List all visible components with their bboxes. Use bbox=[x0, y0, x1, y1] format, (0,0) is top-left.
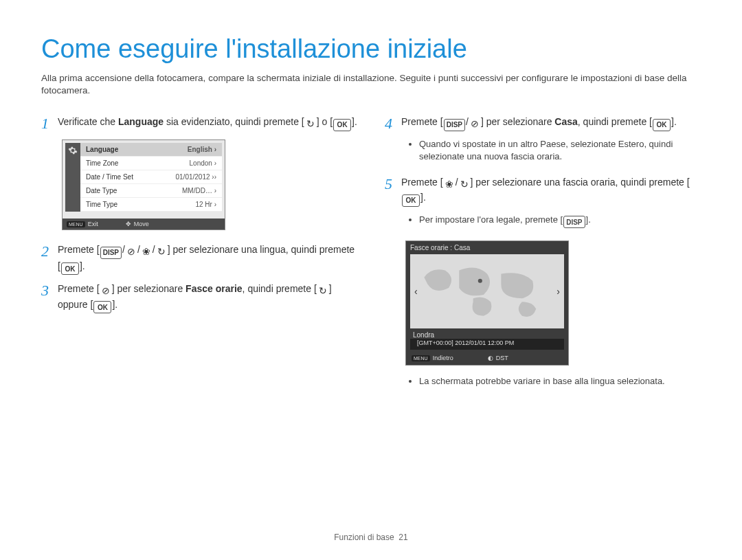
chevron-left-icon: ‹ bbox=[410, 286, 422, 297]
step1-or: o bbox=[319, 116, 330, 127]
table-row: Time ZoneLondon › bbox=[80, 157, 222, 170]
step-1: 1 Verificate che Language sia evidenziat… bbox=[41, 115, 357, 131]
settings-table: LanguageEnglish › Time ZoneLondon › Date… bbox=[80, 143, 222, 212]
exit-label: Exit bbox=[88, 221, 98, 227]
step4-text-b: per selezionare bbox=[484, 116, 555, 127]
s4-estero: Estero bbox=[618, 139, 644, 149]
step3-text-a: Premete bbox=[58, 283, 97, 294]
move-label: Move bbox=[134, 221, 149, 227]
step1-text-c: sia evidenziato, quindi premete bbox=[164, 116, 302, 127]
s4-bullet-a: Quando vi spostate in un altro Paese, se… bbox=[419, 139, 618, 149]
step2-text-a: Premete bbox=[58, 244, 97, 255]
timer-icon: ↻ bbox=[458, 178, 471, 190]
table-row: Date / Time Set01/01/2012 ›› bbox=[80, 170, 222, 184]
step-number: 1 bbox=[41, 115, 58, 131]
lcd-settings-screen: LanguageEnglish › Time ZoneLondon › Date… bbox=[62, 139, 225, 230]
step4-text-d: , quindi premete bbox=[578, 116, 649, 127]
step4-period: . bbox=[674, 116, 677, 127]
flash-icon: ⊘ bbox=[469, 118, 481, 131]
timer-icon: ↻ bbox=[155, 246, 168, 258]
chevron-right-icon: › bbox=[552, 286, 564, 297]
step-4: 4 Premete [DISP/⊘] per selezionare Casa,… bbox=[385, 115, 701, 131]
step-number: 3 bbox=[41, 282, 58, 298]
sc2-title: Fasce orarie : Casa bbox=[406, 241, 568, 254]
step1-period: . bbox=[355, 116, 357, 127]
ok-button-icon: OK bbox=[402, 194, 420, 207]
footer-page: 21 bbox=[398, 533, 407, 542]
dst-label: DST bbox=[496, 355, 508, 361]
intro-text: Alla prima accensione della fotocamera, … bbox=[41, 72, 701, 97]
step3-or: oppure bbox=[58, 299, 90, 310]
ok-button-icon: OK bbox=[653, 119, 671, 131]
sc2-gmt: [GMT+00:00] 2012/01/01 12:00 PM bbox=[410, 339, 564, 350]
svg-rect-0 bbox=[410, 256, 564, 326]
ok-button-icon: OK bbox=[61, 262, 79, 275]
step-3: 3 Premete [⊘] per selezionare Fasce orar… bbox=[41, 282, 357, 313]
page-footer: Funzioni di base 21 bbox=[0, 533, 742, 542]
step1-language: Language bbox=[118, 116, 164, 127]
macro-icon: ❀ bbox=[443, 178, 456, 190]
macro-icon: ❀ bbox=[140, 246, 153, 258]
ok-button-icon: OK bbox=[333, 119, 351, 131]
flash-icon: ⊘ bbox=[125, 246, 137, 258]
s5-bullet-b: . bbox=[588, 214, 591, 225]
step5-text-b: per selezionare una fascia oraria, quind… bbox=[473, 177, 686, 188]
step-number: 2 bbox=[41, 243, 58, 259]
menu-tag: MENU bbox=[67, 221, 85, 227]
step2-text-b: per selezionare una lingua, quindi preme… bbox=[170, 244, 355, 255]
step-2: 2 Premete [DISP/⊘/❀/↻] per selezionare u… bbox=[41, 243, 357, 275]
step2-period: . bbox=[82, 260, 85, 271]
step5-bullets: Per impostare l'ora legale, premete [DIS… bbox=[408, 214, 701, 229]
disp-button-icon: DISP bbox=[444, 119, 465, 131]
timer-icon: ↻ bbox=[304, 118, 317, 131]
nav-dpad-icon: ✥ bbox=[126, 221, 131, 227]
step4-text-a: Premete bbox=[401, 116, 440, 127]
step4-bullets: Quando vi spostate in un altro Paese, se… bbox=[408, 138, 701, 162]
dst-toggle-icon: ◐ bbox=[488, 355, 493, 361]
step5-period: . bbox=[423, 192, 426, 203]
step3-text-b: per selezionare bbox=[115, 283, 186, 294]
lcd-timezone-screen: Fasce orarie : Casa ‹ › Londra [GMT+00:0… bbox=[405, 240, 569, 366]
left-column: 1 Verificate che Language sia evidenziat… bbox=[41, 115, 357, 399]
step4-casa: Casa bbox=[554, 116, 577, 127]
s5-bullet-a: Per impostare l'ora legale, premete bbox=[419, 214, 561, 225]
disp-button-icon: DISP bbox=[563, 216, 585, 228]
back-label: Indietro bbox=[433, 355, 453, 361]
step3-period: . bbox=[115, 299, 117, 310]
disp-button-icon: DISP bbox=[100, 247, 122, 259]
s5-note-text: La schermata potrebbe variare in base al… bbox=[419, 375, 701, 388]
ok-button-icon: OK bbox=[93, 301, 111, 313]
flash-icon: ⊘ bbox=[100, 285, 112, 298]
table-row: Date TypeMM/DD… › bbox=[80, 184, 222, 198]
step5-note: La schermata potrebbe variare in base al… bbox=[408, 375, 701, 388]
step5-text-a: Premete bbox=[401, 177, 440, 188]
world-map: ‹ › bbox=[410, 254, 564, 328]
timer-icon: ↻ bbox=[317, 285, 329, 298]
map-svg bbox=[410, 254, 564, 328]
step1-text-a: Verificate che bbox=[58, 116, 118, 127]
step-5: 5 Premete [❀/↻] per selezionare una fasc… bbox=[385, 175, 701, 207]
gear-icon bbox=[65, 143, 80, 212]
step-number: 5 bbox=[385, 175, 401, 192]
step3-text-d: , quindi premete bbox=[243, 283, 314, 294]
svg-point-1 bbox=[478, 279, 482, 283]
step-number: 4 bbox=[385, 115, 401, 131]
table-row: LanguageEnglish › bbox=[80, 143, 222, 157]
table-row: Time Type12 Hr › bbox=[80, 198, 222, 212]
sc2-city: Londra bbox=[406, 328, 568, 339]
right-column: 4 Premete [DISP/⊘] per selezionare Casa,… bbox=[385, 115, 701, 399]
footer-section: Funzioni di base bbox=[334, 533, 394, 542]
menu-tag: MENU bbox=[412, 355, 430, 361]
page-title: Come eseguire l'installazione iniziale bbox=[41, 34, 701, 64]
step3-fasce: Fasce orarie bbox=[186, 283, 243, 294]
